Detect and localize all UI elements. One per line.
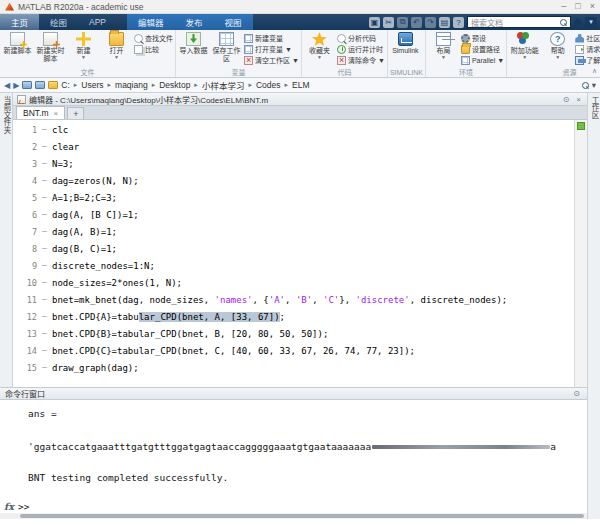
parallel-button[interactable]: Parallel ▼ [461, 55, 504, 65]
editor-close-icon[interactable]: × [574, 95, 583, 104]
command-prompt[interactable]: >> [18, 501, 29, 512]
help-button[interactable]: ? 帮助 ▼ [542, 31, 573, 68]
analyze-code-button[interactable]: 分析代码 [337, 33, 385, 43]
code-line[interactable]: 9 – discrete_nodes=1:N; [13, 257, 574, 274]
code-line[interactable]: 3 – N=3; [13, 155, 574, 172]
command-horizontal-scrollbar[interactable] [0, 513, 587, 519]
code-line[interactable]: 12 – bnet.CPD{A}=tabular_CPD(bnet, A, [3… [13, 308, 574, 325]
code-line[interactable]: 2 – clear [13, 138, 574, 155]
code-line[interactable]: 14 – bnet.CPD{C}=tabular_CPD(bnet, C, [4… [13, 342, 574, 359]
address-search-dropdown[interactable]: ▾ [592, 80, 596, 90]
editor-minimize-icon[interactable]: ⊙ [561, 95, 572, 104]
tab-home[interactable]: 主页 [0, 14, 39, 30]
clear-commands-button[interactable]: 清除命令 ▼ [337, 55, 385, 65]
find-files-button[interactable]: 查找文件 [134, 33, 173, 43]
tab-plots[interactable]: 绘图 [39, 14, 78, 30]
command-scrollbar-thumb[interactable] [20, 514, 584, 518]
undo-icon[interactable]: ↶ [411, 17, 422, 28]
tab-editor[interactable]: 编辑器 [127, 14, 175, 30]
breadcrumb-segment-codes[interactable]: Codes [256, 80, 281, 90]
code-line[interactable]: 15 – draw_graph(dag); [13, 359, 574, 376]
code-lines[interactable]: 1 – clc 2 – clear 3 – N=3; 4 – dag=zeros… [13, 120, 574, 387]
breadcrumb-segment-maqiang[interactable]: maqiang [115, 80, 148, 90]
copy-icon[interactable]: ⧉ [397, 17, 408, 28]
open-button[interactable]: 打开 ▼ [101, 31, 132, 68]
code-analyzer-indicator[interactable] [577, 122, 585, 130]
command-window-minimize-icon[interactable]: ⊙ [571, 389, 582, 398]
code-line[interactable]: 5 – A=1;B=2;C=3; [13, 189, 574, 206]
request-support-button[interactable]: 请求支持 [575, 44, 600, 54]
command-window-output[interactable]: ans = 'ggatcaccatgaaatttgatgtttggatgagta… [0, 400, 587, 500]
code-line[interactable]: 7 – dag(A, B)=1; [13, 223, 574, 240]
set-path-button[interactable]: 设置路径 [461, 44, 504, 54]
save-icon[interactable]: ▣ [369, 17, 380, 28]
folder-icon[interactable]: ▤ [439, 17, 450, 28]
breadcrumb-segment-desktop[interactable]: Desktop [159, 80, 190, 90]
breadcrumb-segment-elm[interactable]: ELM [292, 80, 309, 90]
browse-folder-icon[interactable] [22, 81, 32, 89]
editor-tab-bntm[interactable]: BNT.m × [16, 106, 65, 119]
open-variable-button[interactable]: 打开变量 ▼ [244, 44, 299, 54]
clear-commands-label: 清除命令 [348, 55, 376, 65]
address-search-icon[interactable] [582, 82, 589, 89]
search-icon[interactable] [560, 19, 567, 26]
up-folder-icon[interactable] [35, 81, 45, 89]
forward-arrow-icon[interactable]: ▶ [13, 81, 19, 90]
code-text: bnet.CPD{C}=tabular_CPD(bnet, C, [40, 60… [52, 346, 415, 356]
code-line[interactable]: 4 – dag=zeros(N, N); [13, 172, 574, 189]
add-ons-button[interactable]: 附加功能 ▼ [509, 31, 540, 68]
tab-view[interactable]: 视图 [214, 14, 253, 30]
run-and-time-button[interactable]: 运行并计时 [337, 44, 385, 54]
layout-button[interactable]: 布局 ▼ [428, 31, 459, 68]
code-line[interactable]: 1 – clc [13, 121, 574, 138]
workspace-collapsed-panel[interactable]: 工作区 [587, 93, 600, 519]
clear-workspace-button[interactable]: 清空工作区 ▼ [244, 55, 299, 65]
current-folder-icon[interactable] [48, 81, 58, 89]
save-workspace-icon [219, 32, 234, 46]
tab-publish[interactable]: 发布 [175, 14, 214, 30]
new-script-icon [10, 32, 25, 46]
help-icon[interactable]: ? [453, 17, 464, 28]
breadcrumb-separator: ▸ [247, 81, 253, 89]
code-line[interactable]: 8 – dag(B, C)=1; [13, 240, 574, 257]
new-variable-button[interactable]: 新建变量 [244, 33, 299, 43]
code-line[interactable]: 10 – node_sizes=2*ones(1, N); [13, 274, 574, 291]
tab-apps[interactable]: APP [78, 14, 117, 30]
user-account-icon[interactable]: ▾ [585, 17, 597, 28]
notification-bell-icon[interactable] [574, 18, 582, 27]
community-button[interactable]: 社区 [575, 33, 600, 43]
fx-button[interactable]: fx [0, 501, 18, 512]
current-folder-collapsed-panel[interactable]: 当前文件夹 [0, 93, 13, 387]
favorites-button[interactable]: 收藏夹 ▼ [304, 31, 335, 68]
ribbon-collapse-arrow[interactable]: ∧ [592, 67, 597, 75]
new-button[interactable]: 新建 ▼ [68, 31, 99, 68]
cut-icon[interactable]: ✂ [383, 17, 394, 28]
editor-tab-close-icon[interactable]: × [54, 109, 59, 118]
simulink-button[interactable]: Simulink [390, 31, 421, 68]
editor-new-tab-button[interactable]: + [67, 107, 84, 119]
close-button[interactable]: × [590, 2, 595, 11]
new-live-script-button[interactable]: 新建实时脚本 [35, 31, 66, 68]
simulink-group-label: SIMULINK [390, 68, 423, 77]
preferences-button[interactable]: 预设 [461, 33, 504, 43]
back-arrow-icon[interactable]: ◀ [4, 81, 10, 90]
learn-matlab-button[interactable]: 了解 MATLAB [575, 55, 600, 65]
command-window-panel: 命令行窗口 ⊙ ans = 'ggatcaccatgaaatttgatgtttg… [0, 387, 587, 519]
editor-scrollbar[interactable] [574, 120, 587, 387]
code-line[interactable]: 13 – bnet.CPD{B}=tabular_CPD(bnet, B, [2… [13, 325, 574, 342]
import-data-button[interactable]: 导入数据 [178, 31, 209, 68]
breadcrumb-segment-drive[interactable]: C: [61, 80, 70, 90]
code-line[interactable]: 6 – dag(A, [B C])=1; [13, 206, 574, 223]
code-text: dag(A, B)=1; [52, 227, 117, 237]
compare-button[interactable]: 比较 [134, 44, 173, 54]
new-script-button[interactable]: 新建脚本 [2, 31, 33, 68]
redo-icon[interactable]: ↷ [425, 17, 436, 28]
line-marker: – [37, 363, 52, 372]
maximize-button[interactable]: □ [575, 2, 580, 11]
breadcrumb-segment-project[interactable]: 小样本学习 [202, 79, 245, 91]
search-documentation-box[interactable]: 搜索文档 [467, 16, 571, 28]
save-workspace-button[interactable]: 保存工作区 [211, 31, 242, 68]
breadcrumb-segment-users[interactable]: Users [81, 80, 103, 90]
minimize-button[interactable]: – [561, 2, 566, 11]
code-line[interactable]: 11 – bnet=mk_bnet(dag, node_sizes, 'name… [13, 291, 574, 308]
